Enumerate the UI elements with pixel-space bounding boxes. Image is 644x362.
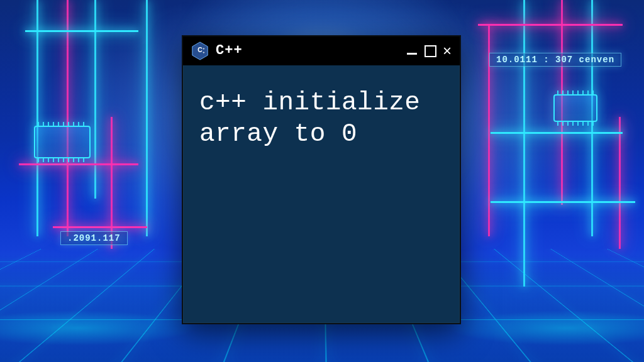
neon-line	[25, 30, 138, 32]
terminal-body-text: c++ initialize array to 0	[183, 65, 460, 171]
svg-text:C: C	[197, 47, 203, 53]
neon-line	[19, 163, 138, 165]
window-controls: ×	[407, 45, 452, 57]
circuit-chip	[553, 94, 597, 122]
maximize-icon[interactable]	[425, 45, 435, 57]
neon-line	[523, 0, 525, 287]
neon-line	[619, 117, 621, 249]
neon-line	[491, 132, 623, 134]
neon-line	[491, 201, 635, 203]
close-icon[interactable]: ×	[442, 45, 452, 57]
cpp-logo-icon: C + +	[191, 41, 209, 60]
minimize-icon[interactable]	[407, 47, 417, 55]
neon-line	[67, 0, 69, 236]
neon-line	[478, 24, 623, 26]
terminal-window: C + + C++ × c++ initialize array to 0	[182, 35, 461, 324]
neon-line	[146, 0, 148, 236]
window-title: C++	[216, 44, 243, 58]
title-bar[interactable]: C + + C++ ×	[183, 36, 460, 65]
neon-line	[53, 226, 147, 228]
neon-line	[111, 117, 113, 249]
neon-line	[36, 0, 38, 236]
bg-code-right: 10.0111 : 307 cenven	[489, 53, 621, 67]
circuit-chip	[34, 126, 91, 158]
bg-code-left: .2091.117	[60, 231, 128, 245]
